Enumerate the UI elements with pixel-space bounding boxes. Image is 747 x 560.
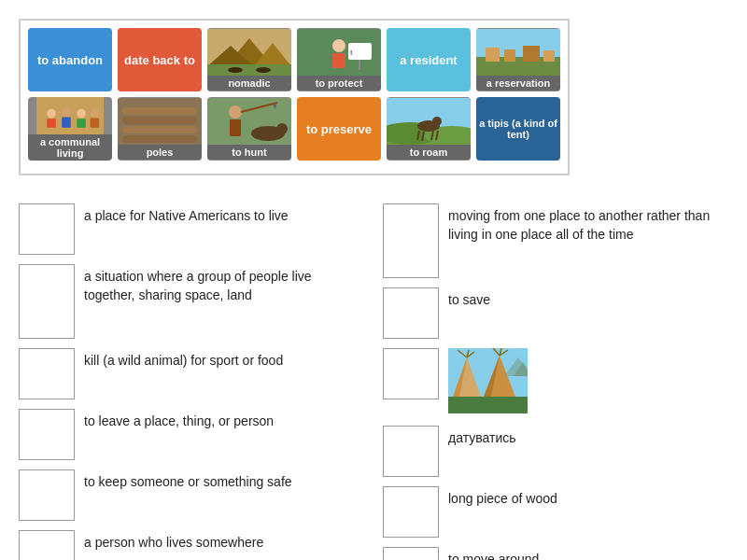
match-row-left-2: a situation where a group of people live… xyxy=(19,264,364,339)
card-reservation[interactable]: a reservation xyxy=(476,28,560,91)
match-box-right-3[interactable] xyxy=(383,348,439,399)
svg-point-8 xyxy=(332,39,345,52)
svg-rect-21 xyxy=(47,119,56,128)
card-nomadic-label: nomadic xyxy=(207,76,291,91)
svg-rect-18 xyxy=(543,50,555,62)
svg-point-20 xyxy=(47,109,56,119)
tipi-image-container xyxy=(448,348,528,416)
hunt-image xyxy=(207,98,291,145)
vocab-row-2: a communal living poles xyxy=(28,97,560,161)
match-row-right-5: long piece of wood xyxy=(383,486,728,538)
communal-image xyxy=(28,97,112,134)
svg-rect-30 xyxy=(122,117,197,124)
nomadic-image xyxy=(207,29,291,76)
matching-right-col: moving from one place to another rather … xyxy=(383,203,728,560)
match-box-right-5[interactable] xyxy=(383,486,439,538)
svg-rect-4 xyxy=(207,64,291,76)
match-text-left-3: kill (a wild animal) for sport or food xyxy=(84,348,283,371)
match-text-left-6: a person who lives somewhere xyxy=(84,530,263,553)
card-nomadic[interactable]: nomadic xyxy=(207,28,291,91)
match-box-left-6[interactable] xyxy=(19,530,75,560)
match-text-left-1: a place for Native Americans to live xyxy=(84,203,289,226)
match-row-right-4: датуватись xyxy=(383,426,728,477)
svg-rect-32 xyxy=(122,135,197,143)
svg-rect-9 xyxy=(332,53,345,68)
svg-rect-27 xyxy=(91,118,100,127)
card-preserve[interactable]: to preserve xyxy=(297,97,381,161)
card-roam[interactable]: to roam xyxy=(387,97,471,161)
card-protect-label: to protect xyxy=(297,76,381,91)
match-row-left-4: to leave a place, thing, or person xyxy=(19,409,364,460)
match-text-left-4: to leave a place, thing, or person xyxy=(84,409,274,431)
card-date-back[interactable]: date back to xyxy=(118,28,202,91)
svg-rect-17 xyxy=(523,46,540,62)
card-communal[interactable]: a communal living xyxy=(28,97,112,161)
svg-text:!: ! xyxy=(350,49,352,56)
tipi-image xyxy=(448,348,528,413)
card-tipis[interactable]: a tipis (a kind of tent) xyxy=(476,97,560,161)
card-preserve-label: to preserve xyxy=(306,122,372,136)
match-box-left-4[interactable] xyxy=(19,409,75,460)
card-communal-label: a communal living xyxy=(28,134,112,161)
protect-image: ! xyxy=(297,29,381,76)
match-text-right-4: датуватись xyxy=(448,426,516,448)
vocabulary-section: to abandon date back to nomadic xyxy=(19,19,570,175)
match-text-left-2: a situation where a group of people live… xyxy=(84,264,364,304)
match-box-left-2[interactable] xyxy=(19,264,75,339)
match-text-right-6: to move around xyxy=(448,547,539,560)
card-resident[interactable]: a resident xyxy=(387,28,471,91)
match-row-left-5: to keep someone or something safe xyxy=(19,469,364,521)
match-box-right-2[interactable] xyxy=(383,287,439,339)
match-row-left-3: kill (a wild animal) for sport or food xyxy=(19,348,364,399)
svg-rect-23 xyxy=(62,118,71,128)
matching-left-col: a place for Native Americans to live a s… xyxy=(19,203,364,560)
match-row-right-1: moving from one place to another rather … xyxy=(383,203,728,278)
match-row-right-6: to move around xyxy=(383,547,728,560)
reservation-image xyxy=(476,29,560,76)
svg-rect-51 xyxy=(448,397,528,413)
matching-section: a place for Native Americans to live a s… xyxy=(19,203,728,560)
match-box-left-1[interactable] xyxy=(19,203,75,255)
card-reservation-label: a reservation xyxy=(476,76,560,91)
svg-point-22 xyxy=(62,107,71,117)
svg-point-26 xyxy=(91,108,100,118)
vocab-row-1: to abandon date back to nomadic xyxy=(28,28,560,91)
svg-rect-16 xyxy=(504,49,515,62)
svg-point-5 xyxy=(228,67,243,73)
svg-point-6 xyxy=(256,67,271,73)
card-hunt-label: to hunt xyxy=(207,145,291,160)
card-protect[interactable]: ! to protect xyxy=(297,28,381,91)
svg-point-45 xyxy=(432,117,442,126)
match-box-left-5[interactable] xyxy=(19,469,75,521)
svg-rect-15 xyxy=(486,48,500,62)
card-resident-label: a resident xyxy=(400,53,457,67)
card-poles-label: poles xyxy=(118,145,202,160)
match-box-left-3[interactable] xyxy=(19,348,75,399)
match-text-right-2: to save xyxy=(448,287,490,310)
roam-image xyxy=(387,98,471,145)
match-box-right-1[interactable] xyxy=(383,203,439,278)
svg-rect-29 xyxy=(122,107,197,115)
match-row-left-1: a place for Native Americans to live xyxy=(19,203,364,255)
card-tipis-label: a tipis (a kind of tent) xyxy=(476,118,560,140)
match-box-right-6[interactable] xyxy=(383,547,439,560)
card-poles[interactable]: poles xyxy=(118,97,202,161)
match-text-left-5: to keep someone or something safe xyxy=(84,469,292,492)
svg-point-34 xyxy=(229,105,242,119)
match-text-right-1: moving from one place to another rather … xyxy=(448,203,728,244)
match-row-right-3 xyxy=(383,348,728,416)
svg-rect-25 xyxy=(77,119,86,128)
match-text-right-5: long piece of wood xyxy=(448,486,557,509)
svg-point-39 xyxy=(276,123,288,134)
svg-rect-35 xyxy=(230,119,241,136)
match-box-right-4[interactable] xyxy=(383,426,439,477)
match-row-right-2: to save xyxy=(383,287,728,339)
svg-point-24 xyxy=(77,109,86,119)
card-hunt[interactable]: to hunt xyxy=(207,97,291,161)
card-abandon-label: to abandon xyxy=(37,53,103,67)
card-roam-label: to roam xyxy=(387,145,471,160)
poles-image xyxy=(118,98,202,145)
card-abandon[interactable]: to abandon xyxy=(28,28,112,91)
match-row-left-6: a person who lives somewhere xyxy=(19,530,364,560)
card-date-back-label: date back to xyxy=(124,53,195,67)
